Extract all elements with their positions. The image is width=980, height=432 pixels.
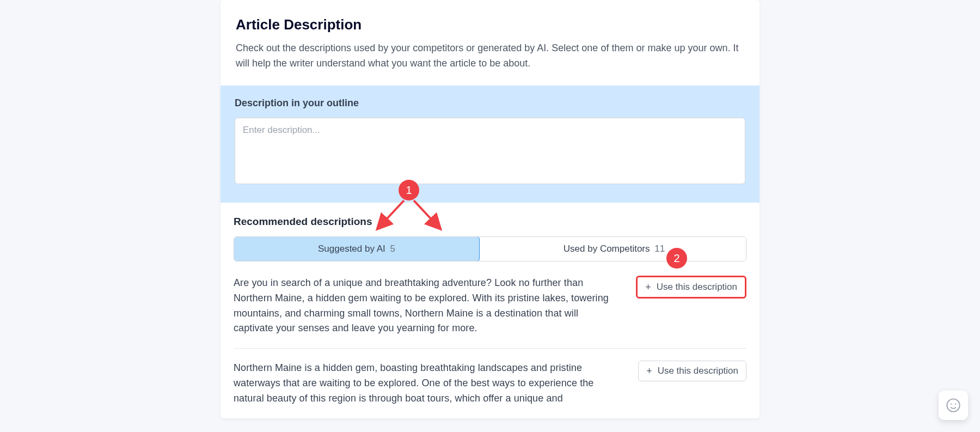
outline-label: Description in your outline [235,98,745,109]
feedback-button[interactable] [939,391,968,420]
annotation-badge-1: 1 [399,180,419,200]
annotation-badge-2: 2 [666,248,687,269]
use-this-description-button[interactable]: + Use this description [638,361,746,381]
svg-point-3 [951,404,952,405]
tab-label: Suggested by AI [318,244,385,254]
recommended-title: Recommended descriptions [234,216,746,228]
svg-point-4 [955,404,956,405]
description-input[interactable] [235,118,745,184]
tab-suggested-by-ai[interactable]: Suggested by AI 5 [234,236,480,261]
tab-used-by-competitors[interactable]: Used by Competitors 11 [479,237,746,261]
description-item: Are you in search of a unique and breath… [234,276,746,349]
description-text: Northern Maine is a hidden gem, boasting… [234,361,616,406]
tab-label: Used by Competitors [564,244,650,254]
description-item: Northern Maine is a hidden gem, boasting… [234,349,746,418]
button-label: Use this description [657,282,737,293]
recommended-section: Recommended descriptions Suggested by AI… [220,203,759,418]
description-list: Are you in search of a unique and breath… [234,276,746,418]
description-text: Are you in search of a unique and breath… [234,276,614,337]
smiley-icon [946,398,961,413]
header-section: Article Description Check out the descri… [220,0,759,86]
outline-section: Description in your outline [220,86,759,203]
plus-icon: + [646,366,652,376]
use-this-description-button[interactable]: + Use this description [636,276,746,299]
page-title: Article Description [236,16,744,33]
page-subtitle: Check out the descriptions used by your … [236,41,744,71]
svg-point-2 [947,399,959,411]
tab-count: 5 [390,244,395,254]
tab-count: 11 [654,244,665,254]
article-description-card: Article Description Check out the descri… [220,0,759,418]
button-label: Use this description [658,366,738,376]
plus-icon: + [645,282,651,292]
